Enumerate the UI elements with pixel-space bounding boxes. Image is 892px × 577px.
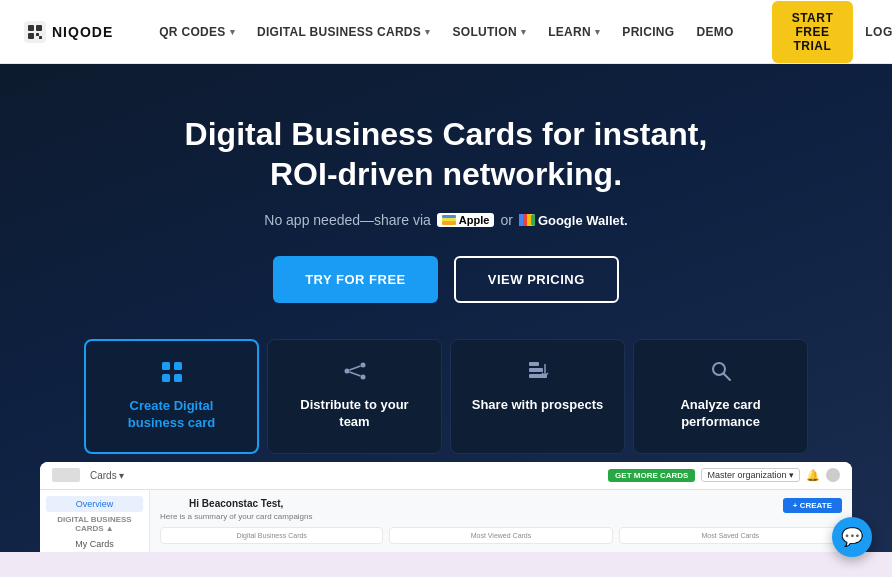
- svg-rect-8: [442, 218, 456, 221]
- nav-item-pricing[interactable]: PRICING: [612, 19, 684, 45]
- svg-rect-5: [39, 36, 42, 39]
- sidebar-item-my-cards[interactable]: My Cards: [46, 536, 143, 552]
- analyze-icon: [652, 360, 789, 387]
- start-trial-button[interactable]: START FREE TRIAL: [772, 1, 854, 63]
- apple-wallet-badge: Apple: [437, 213, 495, 227]
- feature-title-create: Create Digital business card: [104, 398, 239, 432]
- feature-card-analyze[interactable]: Analyze card performance: [633, 339, 808, 454]
- nav-item-solution[interactable]: SOLUTION ▾: [442, 19, 536, 45]
- svg-rect-1: [28, 25, 34, 31]
- svg-rect-7: [442, 221, 456, 225]
- dashboard-main: Hi Beaconstac Test, Here is a summary of…: [150, 490, 852, 552]
- svg-line-29: [723, 374, 730, 381]
- google-wallet-icon: [519, 214, 535, 226]
- stat-card-dbc: Digital Business Cards: [160, 527, 383, 544]
- org-selector[interactable]: Master organization ▾: [701, 468, 800, 482]
- svg-line-22: [349, 366, 360, 370]
- dashboard-logo: [52, 468, 80, 482]
- google-wallet-badge: Google Wallet.: [519, 213, 628, 228]
- logo-icon: [24, 21, 46, 43]
- chevron-down-icon: ▾: [425, 27, 430, 37]
- svg-rect-4: [36, 33, 39, 36]
- svg-rect-11: [519, 214, 523, 226]
- apple-wallet-icon: [442, 215, 456, 225]
- svg-rect-3: [28, 33, 34, 39]
- distribute-icon: [286, 360, 423, 387]
- hero-title: Digital Business Cards for instant, ROI-…: [166, 114, 726, 194]
- view-pricing-button[interactable]: VIEW PRICING: [454, 256, 619, 303]
- svg-rect-15: [162, 362, 170, 370]
- svg-rect-14: [531, 214, 535, 226]
- hero-section: Digital Business Cards for instant, ROI-…: [0, 64, 892, 552]
- svg-line-23: [349, 372, 360, 376]
- feature-title-share: Share with prospects: [469, 397, 606, 414]
- nav-links: QR CODES ▾ DIGITAL BUSINESS CARDS ▾ SOLU…: [149, 19, 743, 45]
- svg-rect-26: [529, 362, 539, 366]
- create-icon: [104, 361, 239, 388]
- svg-rect-12: [523, 214, 527, 226]
- dashboard-body: Overview Digital Business Cards ▲ My Car…: [40, 490, 852, 552]
- feature-title-analyze: Analyze card performance: [652, 397, 789, 431]
- avatar[interactable]: [826, 468, 840, 482]
- chevron-down-icon: ▾: [521, 27, 526, 37]
- stat-card-saved: Most Saved Cards: [619, 527, 842, 544]
- logo[interactable]: NIQODE: [24, 21, 113, 43]
- svg-rect-18: [174, 374, 182, 382]
- hero-ctas: TRY FOR FREE VIEW PRICING: [20, 256, 872, 303]
- svg-point-20: [360, 363, 365, 368]
- dashboard-stats-row: Digital Business Cards Most Viewed Cards…: [160, 527, 842, 544]
- chat-icon: 💬: [841, 526, 863, 548]
- nav-item-dbc[interactable]: DIGITAL BUSINESS CARDS ▾: [247, 19, 440, 45]
- chevron-down-icon: ▾: [595, 27, 600, 37]
- dashboard-topbar: Cards ▾ GET MORE CARDS Master organizati…: [40, 462, 852, 490]
- logo-text: NIQODE: [52, 24, 113, 40]
- hero-subtitle: No app needed—share via Apple or Google …: [20, 212, 872, 228]
- nav-item-learn[interactable]: LEARN ▾: [538, 19, 610, 45]
- try-free-button[interactable]: TRY FOR FREE: [273, 256, 438, 303]
- feature-card-create[interactable]: Create Digital business card: [84, 339, 259, 454]
- dashboard-actions: GET MORE CARDS Master organization ▾ 🔔: [608, 468, 840, 482]
- svg-rect-13: [527, 214, 531, 226]
- dashboard-greeting: Hi Beaconstac Test,: [160, 498, 313, 509]
- nav-item-demo[interactable]: DEMO: [686, 19, 743, 45]
- dashboard-tab[interactable]: Cards ▾: [90, 470, 124, 481]
- nav-actions: START FREE TRIAL LOGIN: [772, 1, 892, 63]
- notification-bell-icon[interactable]: 🔔: [806, 469, 820, 482]
- feature-card-distribute[interactable]: Distribute to your team: [267, 339, 442, 454]
- svg-rect-16: [174, 362, 182, 370]
- feature-card-share[interactable]: Share with prospects: [450, 339, 625, 454]
- dashboard-desc: Here is a summary of your card campaigns: [160, 512, 313, 521]
- stat-card-viewed: Most Viewed Cards: [389, 527, 612, 544]
- dashboard-preview: Cards ▾ GET MORE CARDS Master organizati…: [40, 462, 852, 552]
- feature-cards: Create Digital business card Distribute …: [20, 339, 872, 454]
- sidebar-header-dbc: Digital Business Cards ▲: [46, 512, 143, 536]
- svg-rect-25: [529, 368, 543, 372]
- chat-bubble[interactable]: 💬: [832, 517, 872, 557]
- dashboard-sidebar: Overview Digital Business Cards ▲ My Car…: [40, 490, 150, 552]
- navbar: NIQODE QR CODES ▾ DIGITAL BUSINESS CARDS…: [0, 0, 892, 64]
- share-icon: [469, 360, 606, 387]
- sidebar-item-overview[interactable]: Overview: [46, 496, 143, 512]
- create-button[interactable]: + CREATE: [783, 498, 842, 513]
- svg-point-19: [344, 369, 349, 374]
- svg-rect-17: [162, 374, 170, 382]
- login-button[interactable]: LOGIN: [865, 25, 892, 39]
- chevron-down-icon: ▾: [230, 27, 235, 37]
- svg-rect-2: [36, 25, 42, 31]
- svg-rect-9: [442, 215, 456, 218]
- get-more-cards-button[interactable]: GET MORE CARDS: [608, 469, 695, 482]
- feature-title-distribute: Distribute to your team: [286, 397, 423, 431]
- nav-item-qr[interactable]: QR CODES ▾: [149, 19, 245, 45]
- svg-point-21: [360, 375, 365, 380]
- svg-rect-0: [24, 21, 46, 43]
